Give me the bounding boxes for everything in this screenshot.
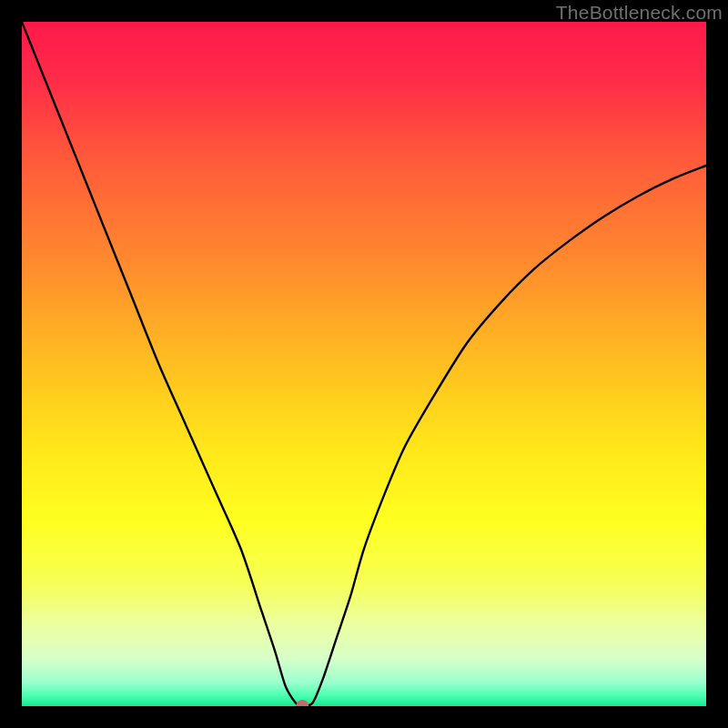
chart-svg (22, 22, 706, 706)
plot-area (22, 22, 706, 706)
gradient-background (22, 22, 706, 706)
chart-frame: TheBottleneck.com (0, 0, 728, 728)
watermark-text: TheBottleneck.com (556, 2, 723, 24)
